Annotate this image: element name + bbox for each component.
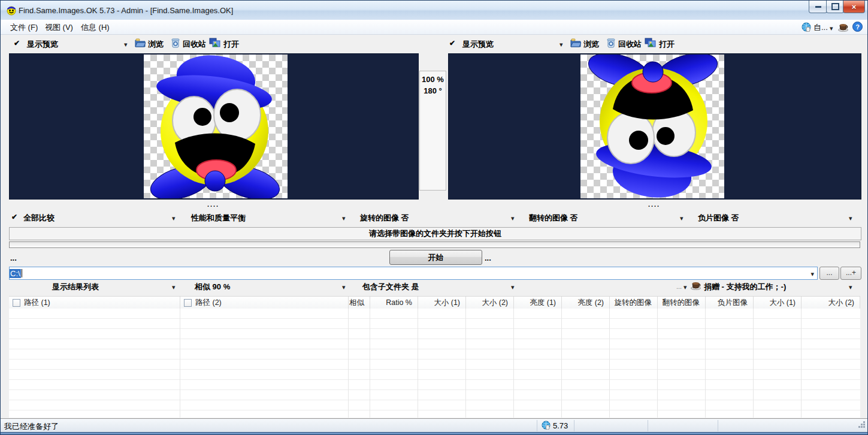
column-header-negative[interactable]: 负片图像 bbox=[706, 297, 754, 309]
compare-all-dropdown[interactable]: 全部比较 bbox=[23, 213, 55, 223]
minimize-button[interactable] bbox=[809, 1, 827, 13]
show-preview-arrow-icon-left[interactable] bbox=[124, 40, 128, 49]
results-table-header: 路径 (1) 路径 (2) 相似 Ratio % 大小 (1) 大小 (2) 亮… bbox=[9, 296, 860, 309]
zoom-percent: 100 % bbox=[420, 74, 446, 85]
show-results-dropdown[interactable]: 显示结果列表 bbox=[52, 282, 99, 292]
maximize-button[interactable] bbox=[826, 1, 844, 13]
title-bar: Find.Same.Images.OK 5.73 - Admin - [Find… bbox=[1, 1, 867, 20]
window-title: Find.Same.Images.OK 5.73 - Admin - [Find… bbox=[19, 6, 233, 15]
globe-mouse-icon[interactable] bbox=[802, 22, 811, 32]
include-subfolders-dropdown[interactable]: 包含子文件夹 是 bbox=[362, 282, 419, 292]
path-combo-arrow-icon[interactable] bbox=[810, 269, 814, 278]
flipped-images-arrow-icon[interactable] bbox=[680, 213, 683, 222]
add-path-button[interactable]: ...+ bbox=[840, 267, 861, 280]
column-header-bright1[interactable]: 亮度 (1) bbox=[514, 297, 562, 309]
menu-view[interactable]: 视图 (V) bbox=[45, 22, 73, 33]
status-separator bbox=[574, 420, 574, 431]
show-preview-right[interactable]: 显示预览 bbox=[462, 39, 494, 50]
help-icon[interactable]: ? bbox=[852, 22, 863, 32]
column-header-size1[interactable]: 大小 (1) bbox=[418, 297, 466, 309]
language-dropdown-arrow-icon[interactable] bbox=[830, 23, 833, 32]
preview-image-right bbox=[580, 55, 724, 198]
progress-bar bbox=[9, 241, 860, 248]
app-icon bbox=[6, 5, 17, 16]
menu-file[interactable]: 文件 (F) bbox=[10, 22, 38, 33]
negative-images-arrow-icon[interactable] bbox=[849, 213, 852, 222]
minimize-icon bbox=[815, 6, 821, 8]
flipped-images-dropdown[interactable]: 翻转的图像 否 bbox=[529, 213, 578, 223]
folder-path-input[interactable]: C:\ bbox=[9, 267, 818, 280]
show-preview-left[interactable]: 显示预览 bbox=[27, 39, 58, 50]
rotated-images-arrow-icon[interactable] bbox=[511, 213, 515, 222]
column-header-bright2[interactable]: 亮度 (2) bbox=[562, 297, 610, 309]
browse-folder-icon-left[interactable] bbox=[135, 38, 146, 47]
browse-path-button[interactable]: ... bbox=[819, 267, 839, 280]
preview-pane-left[interactable] bbox=[9, 53, 419, 200]
negative-images-dropdown[interactable]: 负片图像 否 bbox=[698, 213, 739, 223]
text-caret bbox=[22, 269, 22, 277]
menu-info[interactable]: 信息 (H) bbox=[81, 22, 110, 33]
right-dots-label[interactable]: ... bbox=[485, 253, 491, 262]
quality-balance-dropdown[interactable]: 性能和质量平衡 bbox=[191, 213, 246, 223]
recycle-bin-left[interactable]: 回收站 bbox=[183, 39, 206, 50]
compare-all-check-icon[interactable] bbox=[11, 212, 17, 221]
column-header-flipped[interactable]: 翻转的图像 bbox=[658, 297, 706, 309]
recycle-bin-right[interactable]: 回收站 bbox=[618, 39, 642, 50]
instruction-message: 请选择带图像的文件夹并按下开始按钮 bbox=[9, 227, 861, 240]
similarity-arrow-icon[interactable] bbox=[342, 282, 346, 291]
window-bottom-border bbox=[1, 432, 867, 435]
menu-bar bbox=[1, 20, 867, 35]
preview-image-left bbox=[144, 55, 288, 198]
donate-link[interactable]: 捐赠 - 支持我的工作；-) bbox=[704, 282, 786, 292]
coffee-cup-icon[interactable] bbox=[838, 22, 848, 32]
recycle-bin-icon-right[interactable] bbox=[606, 38, 616, 48]
column-header-size2b[interactable]: 大小 (2) bbox=[802, 297, 860, 309]
include-subfolders-arrow-icon[interactable] bbox=[511, 282, 515, 291]
column-header-similar[interactable]: 相似 bbox=[349, 297, 370, 309]
open-images-icon-left[interactable] bbox=[209, 38, 220, 47]
status-version: 5.73 bbox=[553, 421, 568, 430]
splitter-handle-left[interactable]: .... bbox=[9, 201, 418, 208]
path1-checkbox[interactable] bbox=[13, 299, 20, 307]
status-separator bbox=[648, 420, 648, 431]
start-button[interactable]: 开始 bbox=[389, 250, 482, 265]
show-results-arrow-icon[interactable] bbox=[172, 282, 176, 291]
browse-folder-icon-right[interactable] bbox=[570, 38, 581, 47]
rotation-degrees: 180 ° bbox=[420, 85, 446, 96]
close-button[interactable]: × bbox=[843, 1, 865, 13]
status-separator bbox=[537, 420, 537, 431]
results-more-arrow-icon[interactable] bbox=[849, 282, 852, 291]
splitter-handle-right[interactable]: .... bbox=[448, 201, 860, 208]
zoom-rotation-panel: 100 % 180 ° bbox=[419, 71, 446, 191]
language-selector[interactable]: 自... bbox=[813, 22, 828, 33]
show-preview-check-icon-left[interactable] bbox=[14, 38, 20, 47]
quality-balance-arrow-icon[interactable] bbox=[342, 213, 346, 222]
column-header-path1[interactable]: 路径 (1) bbox=[9, 297, 180, 309]
rotated-images-dropdown[interactable]: 旋转的图像 否 bbox=[360, 213, 409, 223]
column-header-path2[interactable]: 路径 (2) bbox=[180, 297, 349, 309]
more-options-arrow-icon[interactable] bbox=[683, 282, 687, 291]
svg-text:?: ? bbox=[855, 23, 860, 31]
column-header-rotated[interactable]: 旋转的图像 bbox=[610, 297, 658, 309]
column-header-ratio[interactable]: Ratio % bbox=[370, 297, 418, 309]
resize-grip[interactable] bbox=[863, 426, 865, 428]
open-right[interactable]: 打开 bbox=[659, 39, 675, 50]
compare-all-arrow-icon[interactable] bbox=[172, 213, 176, 222]
column-header-size1b[interactable]: 大小 (1) bbox=[754, 297, 802, 309]
show-preview-arrow-icon-right[interactable] bbox=[559, 40, 563, 49]
recycle-bin-icon-left[interactable] bbox=[171, 38, 180, 48]
browse-right[interactable]: 浏览 bbox=[583, 39, 599, 50]
open-images-icon-right[interactable] bbox=[645, 38, 656, 47]
preview-pane-right[interactable] bbox=[448, 53, 861, 200]
show-preview-check-icon-right[interactable] bbox=[449, 38, 455, 47]
browse-left[interactable]: 浏览 bbox=[148, 39, 164, 50]
more-options-label[interactable]: ... bbox=[676, 283, 682, 290]
open-left[interactable]: 打开 bbox=[223, 39, 239, 50]
column-header-size2[interactable]: 大小 (2) bbox=[466, 297, 514, 309]
path2-checkbox[interactable] bbox=[184, 299, 192, 307]
status-ready-text: 我已经准备好了 bbox=[4, 421, 59, 432]
results-table-body[interactable] bbox=[9, 309, 860, 418]
donate-coffee-icon[interactable] bbox=[691, 280, 701, 290]
similarity-dropdown[interactable]: 相似 90 % bbox=[195, 282, 230, 292]
left-dots-label[interactable]: ... bbox=[10, 253, 17, 262]
